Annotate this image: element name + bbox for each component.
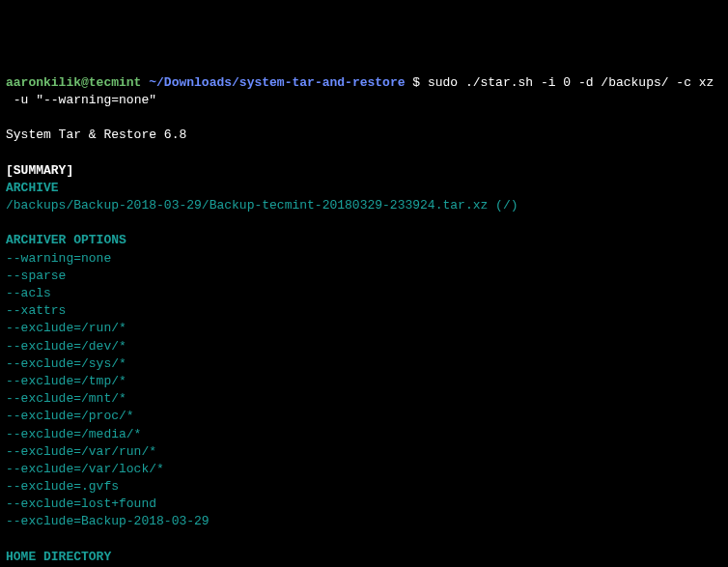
home-dir-label: HOME DIRECTORY: [6, 549, 722, 566]
archiver-option: --exclude=/proc/*: [6, 408, 722, 425]
blank-line: [6, 531, 722, 549]
archive-path: /backups/Backup-2018-03-29/Backup-tecmin…: [6, 197, 722, 214]
archiver-option: --exclude=/var/run/*: [6, 443, 722, 461]
archiver-option: --exclude=/tmp/*: [6, 373, 722, 390]
archiver-option: --acls: [6, 285, 722, 302]
archiver-option: --sparse: [6, 268, 722, 285]
prompt-line: aaronkilik@tecmint ~/Downloads/system-ta…: [6, 74, 722, 92]
prompt-continuation: -u "--warning=none": [6, 92, 722, 109]
archiver-option: --exclude=/var/lock/*: [6, 461, 722, 478]
archiver-options-label: ARCHIVER OPTIONS: [6, 232, 722, 249]
archiver-options-list: --warning=none--sparse--acls--xattrs--ex…: [6, 250, 722, 531]
archive-label: ARCHIVE: [6, 180, 722, 197]
archiver-option: --xattrs: [6, 302, 722, 320]
blank-line: [6, 109, 722, 127]
archiver-option: --exclude=.gvfs: [6, 478, 722, 496]
blank-line: [6, 145, 722, 162]
archiver-option: --exclude=/sys/*: [6, 355, 722, 373]
command-text: sudo ./star.sh -i 0 -d /backups/ -c xz: [428, 75, 714, 90]
cwd-path: ~/Downloads/system-tar-and-restore: [149, 75, 405, 90]
archiver-option: --exclude=/media/*: [6, 426, 722, 443]
archiver-option: --warning=none: [6, 250, 722, 268]
archiver-option: --exclude=/mnt/*: [6, 390, 722, 408]
archiver-option: --exclude=/run/*: [6, 320, 722, 337]
app-title: System Tar & Restore 6.8: [6, 127, 722, 144]
archiver-option: --exclude=/dev/*: [6, 338, 722, 355]
archiver-option: --exclude=Backup-2018-03-29: [6, 513, 722, 530]
user-host: aaronkilik@tecmint: [6, 75, 141, 90]
blank-line: [6, 214, 722, 232]
terminal-output[interactable]: aaronkilik@tecmint ~/Downloads/system-ta…: [6, 74, 722, 567]
summary-header: [SUMMARY]: [6, 162, 722, 180]
archiver-option: --exclude=lost+found: [6, 496, 722, 513]
